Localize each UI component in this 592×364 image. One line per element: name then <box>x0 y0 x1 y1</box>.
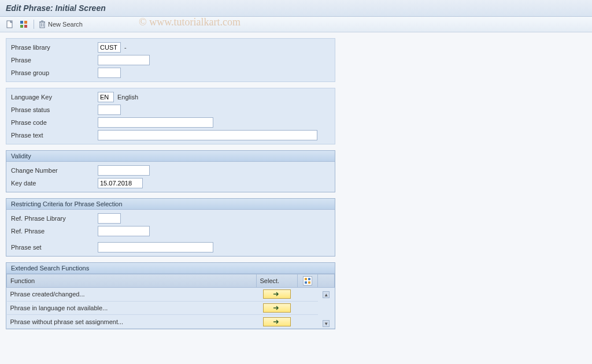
phrase-text-input[interactable] <box>98 130 317 140</box>
toolbar: New Search <box>0 17 592 32</box>
arrow-right-icon <box>273 305 281 311</box>
ref-phrase-library-label: Ref. Phrase Library <box>11 215 98 222</box>
toolbar-separator <box>34 20 34 29</box>
ext-row-function: Phrase without phrase set assignment... <box>7 315 257 329</box>
phrase-set-input[interactable] <box>98 242 213 252</box>
fields-block-2: Language Key English Phrase status Phras… <box>6 88 335 144</box>
scroll-down-icon[interactable]: ▼ <box>323 320 330 327</box>
col-select-header[interactable]: Select. <box>256 274 298 288</box>
key-date-label: Key date <box>11 180 98 187</box>
svg-rect-13 <box>308 281 310 284</box>
svg-rect-12 <box>305 281 307 284</box>
svg-rect-4 <box>24 25 27 28</box>
content-area: Phrase library - Phrase Phrase group Lan… <box>0 32 592 329</box>
phrase-status-label: Phrase status <box>11 106 98 113</box>
restricting-group: Restricting Criteria for Phrase Selectio… <box>6 198 335 257</box>
extended-group: Extended Search Functions Function Selec… <box>6 262 335 329</box>
phrase-text-label: Phrase text <box>11 132 98 139</box>
ref-phrase-input[interactable] <box>98 226 150 236</box>
trash-icon <box>39 20 46 28</box>
svg-rect-3 <box>20 25 23 28</box>
phrase-input[interactable] <box>98 55 150 65</box>
select-arrow-button[interactable] <box>263 317 291 326</box>
svg-rect-5 <box>40 22 45 28</box>
phrase-code-label: Phrase code <box>11 119 98 126</box>
select-arrow-button[interactable] <box>263 289 291 299</box>
phrase-library-label: Phrase library <box>11 44 98 51</box>
extended-header: Extended Search Functions <box>6 263 335 274</box>
select-arrow-button[interactable] <box>263 303 291 313</box>
table-settings-icon[interactable] <box>303 276 312 285</box>
new-search-button[interactable]: New Search <box>39 20 83 28</box>
key-date-input[interactable] <box>98 178 143 188</box>
ext-row-function: Phrase created/changed... <box>7 288 257 302</box>
phrase-label: Phrase <box>11 57 98 64</box>
col-function-header[interactable]: Function <box>7 274 257 288</box>
fields-block-1: Phrase library - Phrase Phrase group <box>6 38 335 82</box>
language-key-label: Language Key <box>11 94 98 101</box>
svg-rect-2 <box>24 21 27 24</box>
arrow-right-icon <box>273 319 281 325</box>
phrase-code-input[interactable] <box>98 117 213 128</box>
validity-group: Validity Change Number Key date <box>6 150 335 192</box>
ref-phrase-label: Ref. Phrase <box>11 228 98 235</box>
phrase-status-input[interactable] <box>98 105 121 115</box>
language-key-after: English <box>117 94 138 101</box>
ext-row-function: Phrase in language not available... <box>7 301 257 315</box>
scroll-up-icon[interactable]: ▲ <box>323 291 330 298</box>
grid-color-icon[interactable] <box>18 19 29 29</box>
extended-table: Function Select. Phrase created/changed.… <box>6 274 335 329</box>
validity-header: Validity <box>6 151 335 162</box>
change-number-input[interactable] <box>98 165 150 176</box>
restricting-header: Restricting Criteria for Phrase Selectio… <box>6 199 335 210</box>
phrase-library-input[interactable] <box>98 42 121 53</box>
svg-rect-1 <box>20 21 23 24</box>
page-title: Edit Phrase: Initial Screen <box>0 0 592 17</box>
svg-rect-10 <box>305 278 307 280</box>
phrase-group-input[interactable] <box>98 68 121 78</box>
new-document-icon[interactable] <box>5 19 15 29</box>
phrase-set-label: Phrase set <box>11 244 98 251</box>
phrase-group-label: Phrase group <box>11 69 98 76</box>
svg-rect-11 <box>308 278 310 280</box>
ref-phrase-library-input[interactable] <box>98 213 121 224</box>
new-search-label: New Search <box>48 21 83 28</box>
language-key-input[interactable] <box>98 92 114 102</box>
arrow-right-icon <box>273 291 281 297</box>
table-scrollbar[interactable]: ▲ ▼ <box>321 289 331 327</box>
phrase-library-after: - <box>124 44 127 51</box>
change-number-label: Change Number <box>11 167 98 174</box>
